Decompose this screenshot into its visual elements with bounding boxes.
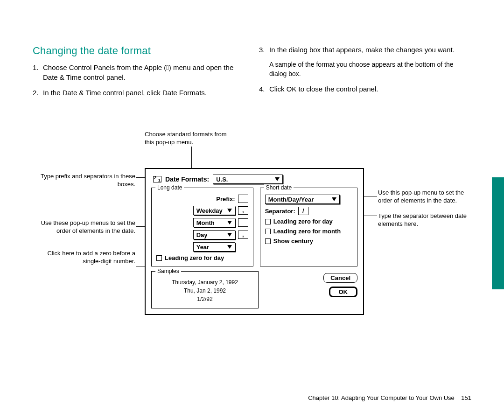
callout-right-menu: Use this pop-up menu to set the order of… bbox=[378, 189, 471, 205]
element-1-popup[interactable]: Weekday bbox=[193, 206, 235, 215]
page-edge-tab bbox=[492, 177, 504, 289]
step-4: 4. Click OK to close the control panel. bbox=[259, 84, 471, 94]
chevron-down-icon bbox=[275, 177, 280, 181]
separator-3-input[interactable]: , bbox=[238, 231, 248, 239]
element-1-value: Weekday bbox=[196, 207, 223, 214]
element-2-popup[interactable]: Month bbox=[193, 218, 235, 227]
sample-abbrev: Thu, Jan 2, 1992 bbox=[156, 287, 253, 295]
figure: Type prefix and separators in these boxe… bbox=[51, 131, 471, 327]
element-2-value: Month bbox=[196, 219, 215, 226]
step-1-num: 1. bbox=[33, 63, 43, 82]
step-4-num: 4. bbox=[259, 84, 269, 94]
element-4-popup[interactable]: Year bbox=[193, 242, 235, 252]
cancel-button[interactable]: Cancel bbox=[323, 273, 357, 283]
chevron-down-icon bbox=[332, 197, 336, 201]
chapter-label: Chapter 10: Adapting Your Computer to Yo… bbox=[308, 394, 455, 401]
date-formats-dialog: Date Formats: U.S. Long date Prefix: Wee… bbox=[145, 168, 364, 315]
short-leading-zero-day-checkbox[interactable]: Leading zero for day bbox=[265, 218, 352, 225]
section-title: Changing the date format bbox=[33, 45, 245, 57]
step-3-text: In the dialog box that appears, make the… bbox=[269, 45, 471, 55]
element-3-value: Day bbox=[196, 231, 208, 238]
callout-left-menus: Use these pop-up menus to set the order … bbox=[37, 219, 135, 235]
ok-button[interactable]: OK bbox=[329, 287, 358, 297]
show-century-label: Show century bbox=[273, 238, 313, 245]
region-popup[interactable]: U.S. bbox=[213, 175, 283, 184]
sample-long: Thursday, January 2, 1992 bbox=[156, 278, 253, 287]
long-date-group: Long date Prefix: Weekday , bbox=[151, 188, 253, 266]
short-leading-zero-day-label: Leading zero for day bbox=[273, 218, 333, 225]
chevron-down-icon bbox=[227, 233, 232, 237]
separator-input[interactable]: / bbox=[298, 207, 308, 215]
element-3-popup[interactable]: Day bbox=[193, 230, 235, 239]
step-3-sub: A sample of the format you choose appear… bbox=[269, 60, 471, 78]
checkbox-icon bbox=[265, 229, 271, 234]
chevron-down-icon bbox=[227, 245, 232, 249]
short-date-group: Short date Month/Day/Year Separator: / L… bbox=[260, 188, 357, 266]
page-footer: Chapter 10: Adapting Your Computer to Yo… bbox=[308, 394, 471, 401]
step-2-num: 2. bbox=[33, 88, 43, 98]
step-3: 3. In the dialog box that appears, make … bbox=[259, 45, 471, 55]
short-order-popup[interactable]: Month/Day/Year bbox=[265, 195, 340, 204]
chevron-down-icon bbox=[227, 209, 232, 212]
step-3-num: 3. bbox=[259, 45, 269, 55]
checkbox-icon bbox=[156, 255, 162, 261]
separator-2-input[interactable] bbox=[238, 218, 248, 227]
short-leading-zero-month-checkbox[interactable]: Leading zero for month bbox=[265, 228, 352, 235]
long-leading-zero-day-checkbox[interactable]: Leading zero for day bbox=[156, 254, 248, 261]
short-order-value: Month/Day/Year bbox=[268, 196, 314, 203]
prefix-label: Prefix: bbox=[216, 196, 235, 203]
callout-top: Choose standard formats from this pop-up… bbox=[145, 131, 229, 147]
chevron-down-icon bbox=[227, 221, 232, 224]
samples-group: Samples Thursday, January 2, 1992 Thu, J… bbox=[151, 271, 259, 308]
show-century-checkbox[interactable]: Show century bbox=[265, 238, 352, 245]
step-4-text: Click OK to close the control panel. bbox=[269, 84, 471, 94]
separator-1-input[interactable]: , bbox=[238, 206, 248, 215]
step-1: 1. Choose Control Panels from the Apple … bbox=[33, 63, 245, 82]
long-date-legend: Long date bbox=[155, 184, 184, 191]
short-leading-zero-month-label: Leading zero for month bbox=[273, 228, 341, 235]
page-number: 151 bbox=[461, 394, 471, 401]
dialog-title: Date Formats: bbox=[165, 175, 209, 183]
step-2: 2. In the Date & Time control panel, cli… bbox=[33, 88, 245, 98]
separator-label: Separator: bbox=[265, 208, 295, 215]
checkbox-icon bbox=[265, 238, 271, 244]
element-4-value: Year bbox=[196, 244, 209, 251]
callout-leading-zero: Click here to add a zero before a single… bbox=[37, 250, 135, 266]
long-leading-zero-day-label: Leading zero for day bbox=[165, 254, 224, 261]
date-formats-icon bbox=[153, 176, 161, 182]
step-2-text: In the Date & Time control panel, click … bbox=[43, 88, 245, 98]
step-1-text: Choose Control Panels from the Apple ()… bbox=[43, 63, 245, 82]
region-popup-value: U.S. bbox=[216, 176, 228, 183]
checkbox-icon bbox=[265, 219, 271, 224]
sample-short: 1/2/92 bbox=[156, 295, 253, 303]
prefix-input[interactable] bbox=[238, 195, 248, 203]
callout-separator-type: Type the separator between date elements… bbox=[378, 212, 471, 228]
samples-legend: Samples bbox=[155, 268, 181, 274]
callout-prefix: Type prefix and separators in these boxe… bbox=[37, 173, 135, 189]
short-date-legend: Short date bbox=[264, 184, 294, 191]
